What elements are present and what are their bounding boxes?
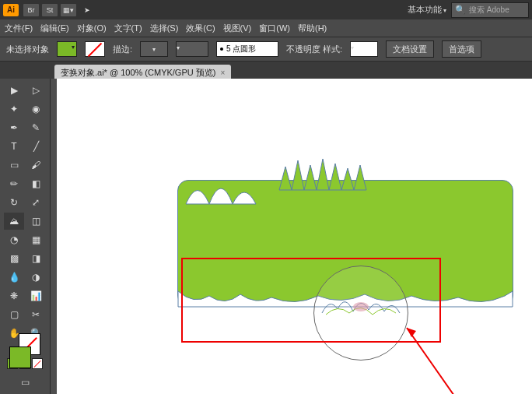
fill-box[interactable] bbox=[9, 347, 31, 368]
line-tool[interactable]: ╱ bbox=[26, 138, 46, 155]
menu-file[interactable]: 文件(F) bbox=[5, 23, 33, 34]
artboard[interactable] bbox=[57, 79, 532, 394]
type-tool[interactable]: T bbox=[4, 138, 24, 155]
blend-tool[interactable]: ◑ bbox=[26, 269, 46, 286]
preferences-button[interactable]: 首选项 bbox=[442, 40, 481, 58]
curvature-tool[interactable]: ✎ bbox=[26, 119, 46, 136]
menu-type[interactable]: 文字(T) bbox=[114, 23, 142, 34]
brush-preset[interactable]: 5 点圆形 bbox=[216, 41, 278, 57]
rocket-icon[interactable]: ➤ bbox=[79, 4, 95, 16]
shape-builder-tool[interactable]: ◔ bbox=[4, 231, 24, 248]
menu-effect[interactable]: 效果(C) bbox=[186, 23, 215, 34]
mesh-tool[interactable]: ▩ bbox=[4, 250, 24, 267]
menu-edit[interactable]: 编辑(E) bbox=[40, 23, 69, 34]
pencil-tool[interactable]: ✏ bbox=[4, 175, 24, 192]
tools-panel: ▶▷ ✦◉ ✒✎ T╱ ▭🖌 ✏◧ ↻⤢ ⛰◫ ◔▦ ▩◨ 💧◑ ❋📊 ▢✂ ✋… bbox=[0, 79, 51, 394]
stock-icon[interactable]: St bbox=[42, 4, 58, 16]
menu-window[interactable]: 窗口(W) bbox=[259, 23, 290, 34]
graph-tool[interactable]: 📊 bbox=[26, 287, 46, 304]
width-tool[interactable]: ⛰ bbox=[4, 213, 24, 230]
document-tab[interactable]: 变换对象.ai* @ 100% (CMYK/GPU 预览) × bbox=[54, 65, 231, 80]
direct-selection-tool[interactable]: ▷ bbox=[26, 82, 46, 99]
stroke-profile[interactable] bbox=[176, 41, 208, 57]
paintbrush-tool[interactable]: 🖌 bbox=[26, 157, 46, 174]
rectangle-tool[interactable]: ▭ bbox=[4, 157, 24, 174]
menu-select[interactable]: 选择(S) bbox=[150, 23, 179, 34]
opacity-label: 不透明度 样式: bbox=[286, 44, 342, 55]
bridge-icon[interactable]: Br bbox=[23, 4, 39, 16]
fill-stroke-control[interactable] bbox=[9, 347, 40, 355]
eyedropper-tool[interactable]: 💧 bbox=[4, 269, 24, 286]
document-setup-button[interactable]: 文档设置 bbox=[386, 40, 434, 58]
free-transform-tool[interactable]: ◫ bbox=[26, 213, 46, 230]
search-placeholder: 搜索 Adobe bbox=[469, 5, 509, 16]
svg-point-0 bbox=[353, 302, 369, 311]
document-tab-label: 变换对象.ai* @ 100% (CMYK/GPU 预览) bbox=[61, 67, 215, 79]
canvas[interactable] bbox=[51, 79, 532, 394]
search-icon: 🔍 bbox=[455, 5, 466, 15]
artboard-tool[interactable]: ▢ bbox=[4, 306, 24, 323]
leaf-decoration bbox=[186, 173, 271, 204]
opacity-field[interactable] bbox=[350, 41, 378, 57]
grass-decoration bbox=[279, 159, 373, 190]
stroke-weight[interactable] bbox=[140, 41, 168, 57]
options-bar: 未选择对象 描边: 5 点圆形 不透明度 样式: 文档设置 首选项 bbox=[0, 37, 532, 62]
fill-swatch[interactable] bbox=[57, 41, 77, 57]
workspace-switcher[interactable]: 基本功能 bbox=[408, 4, 446, 16]
perspective-tool[interactable]: ▦ bbox=[26, 231, 46, 248]
scale-tool[interactable]: ⤢ bbox=[26, 194, 46, 211]
selection-tool[interactable]: ▶ bbox=[4, 82, 24, 99]
symbol-sprayer-tool[interactable]: ❋ bbox=[4, 287, 24, 304]
lasso-tool[interactable]: ◉ bbox=[26, 100, 46, 118]
close-icon[interactable]: × bbox=[220, 69, 225, 77]
none-mode[interactable] bbox=[32, 358, 43, 369]
svg-marker-2 bbox=[407, 328, 416, 337]
svg-line-1 bbox=[407, 328, 461, 394]
title-bar: Ai Br St ▦▾ ➤ 基本功能 🔍 搜索 Adobe bbox=[0, 0, 532, 19]
rotate-tool[interactable]: ↻ bbox=[4, 194, 24, 211]
eraser-tool[interactable]: ◧ bbox=[26, 175, 46, 192]
magic-wand-tool[interactable]: ✦ bbox=[4, 100, 24, 118]
annotation-arrow bbox=[399, 320, 469, 394]
arrange-icon[interactable]: ▦▾ bbox=[61, 4, 76, 16]
selection-status: 未选择对象 bbox=[6, 44, 49, 55]
slice-tool[interactable]: ✂ bbox=[26, 306, 46, 323]
ai-logo: Ai bbox=[3, 4, 19, 16]
magnifier-overlay bbox=[313, 266, 408, 361]
search-input[interactable]: 🔍 搜索 Adobe bbox=[451, 2, 529, 18]
menu-object[interactable]: 对象(O) bbox=[77, 23, 107, 34]
stroke-swatch[interactable] bbox=[85, 41, 105, 57]
menu-help[interactable]: 帮助(H) bbox=[298, 23, 327, 34]
menu-view[interactable]: 视图(V) bbox=[223, 23, 252, 34]
stroke-label: 描边: bbox=[113, 44, 132, 55]
screen-mode[interactable]: ▭ bbox=[15, 374, 35, 391]
pen-tool[interactable]: ✒ bbox=[4, 119, 24, 136]
menu-bar: 文件(F) 编辑(E) 对象(O) 文字(T) 选择(S) 效果(C) 视图(V… bbox=[0, 19, 532, 37]
gradient-tool[interactable]: ◨ bbox=[26, 250, 46, 267]
